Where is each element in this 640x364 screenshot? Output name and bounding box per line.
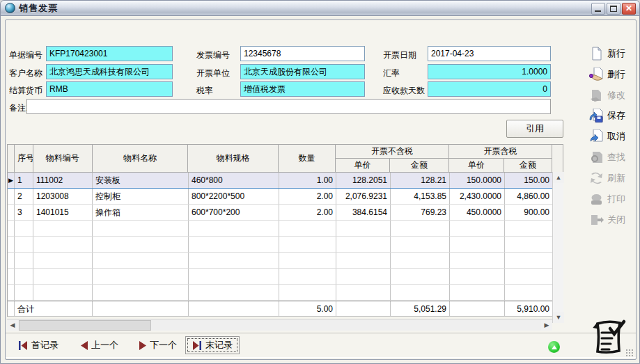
- next-record-icon: [139, 341, 146, 350]
- exchange-rate-label: 汇率: [383, 68, 400, 79]
- find-icon: [589, 150, 604, 164]
- title-bar: 销售发票 ✕: [1, 1, 639, 16]
- table-header: 序号 物料编号 物料名称 物料规格 数量 开票不含税 单价 金额 开票含税 单价: [7, 144, 563, 173]
- minimize-button[interactable]: [591, 3, 605, 15]
- previous-record-icon: [81, 341, 88, 350]
- group-header-incl-tax[interactable]: 开票含税: [449, 145, 552, 159]
- col-header-seq[interactable]: 序号: [15, 145, 33, 173]
- col-header-name[interactable]: 物料名称: [93, 145, 189, 173]
- invoice-number-field[interactable]: 12345678: [240, 46, 365, 61]
- close-icon: ✕: [623, 3, 635, 14]
- col-header-amount-excl[interactable]: 金额: [390, 159, 449, 173]
- status-green-icon: [548, 341, 560, 353]
- last-record-button[interactable]: 末记录: [185, 336, 240, 354]
- currency-label: 结算货币: [9, 85, 42, 97]
- exchange-rate-field[interactable]: 1.0000: [428, 64, 551, 79]
- new-row-button[interactable]: 新行: [589, 45, 640, 62]
- refresh-button[interactable]: 刷新: [589, 170, 640, 187]
- first-record-icon: [18, 341, 28, 350]
- reference-button[interactable]: 引用: [506, 120, 563, 138]
- current-row-indicator: ▶: [8, 173, 15, 188]
- print-button[interactable]: 打印: [589, 191, 640, 207]
- tax-rate-field[interactable]: 增值税发票: [240, 81, 365, 97]
- delete-row-button[interactable]: 删行: [589, 66, 640, 83]
- col-header-amount-incl[interactable]: 金额: [504, 159, 552, 173]
- find-button[interactable]: 查找: [589, 149, 640, 166]
- table-row-2[interactable]: 2 1203008 控制柜 800*2200*500 2.00 2,076.92…: [8, 189, 563, 205]
- currency-field[interactable]: RMB: [46, 81, 173, 97]
- table-horizontal-scrollbar[interactable]: ◀ ▶: [7, 319, 552, 331]
- billing-unit-field[interactable]: 北京天成股份有限公司: [240, 64, 365, 79]
- scroll-down-icon[interactable]: ▼: [553, 312, 564, 323]
- cancel-button[interactable]: 取消: [589, 128, 640, 145]
- table-row-empty[interactable]: [8, 221, 563, 237]
- tax-rate-label: 税率: [196, 85, 213, 97]
- total-amount-excl: 5,051.29: [391, 301, 450, 317]
- app-globe-icon: [5, 3, 15, 13]
- maximize-icon: [610, 6, 617, 12]
- invoice-number-label: 发票编号: [196, 49, 230, 61]
- last-record-icon: [192, 341, 202, 350]
- total-qty: 5.00: [279, 301, 336, 317]
- save-icon: [589, 109, 604, 122]
- print-icon: [589, 192, 604, 206]
- group-header-excl-tax[interactable]: 开票不含税: [336, 145, 449, 159]
- window-title: 销售发票: [19, 2, 58, 15]
- table-row-empty[interactable]: [8, 237, 563, 253]
- scroll-left-icon[interactable]: ◀: [7, 319, 18, 331]
- invoice-date-field[interactable]: 2017-04-23: [428, 46, 551, 61]
- modify-button[interactable]: 修改: [589, 87, 640, 104]
- table-total-row: 合计 5.00 5,051.29 5,910.00: [8, 301, 563, 317]
- col-header-unitprice-excl[interactable]: 单价: [336, 159, 390, 173]
- delete-row-icon: [589, 68, 604, 81]
- next-record-button[interactable]: 下一个: [139, 339, 177, 351]
- remark1-field[interactable]: [26, 99, 551, 114]
- col-header-code[interactable]: 物料编号: [33, 145, 93, 173]
- content-panel: 单据编号 KFP170423001 客户名称 北京鸿思天成科技有限公司 结算货币…: [5, 19, 637, 360]
- previous-record-button[interactable]: 上一个: [81, 339, 118, 351]
- sales-invoice-window: 销售发票 ✕ 单据编号 KFP170423001 客户名称 北京鸿思天成科技有限…: [0, 0, 640, 364]
- doc-number-field[interactable]: KFP170423001: [46, 46, 173, 61]
- invoice-date-label: 开票日期: [383, 49, 416, 61]
- new-row-icon: [589, 47, 604, 61]
- col-header-qty[interactable]: 数量: [279, 145, 336, 173]
- scroll-right-icon[interactable]: ▶: [541, 319, 552, 331]
- scroll-up-icon[interactable]: ▲: [553, 172, 564, 183]
- notepad-check-icon: [591, 317, 627, 356]
- first-record-button[interactable]: 首记录: [18, 339, 58, 351]
- refresh-icon: [589, 171, 604, 185]
- minimize-icon: [595, 10, 601, 12]
- customer-name-label: 客户名称: [9, 68, 42, 79]
- table-vertical-scrollbar[interactable]: ▲ ▼: [552, 172, 563, 323]
- col-header-spec[interactable]: 物料规格: [188, 145, 279, 173]
- receivable-days-label: 应收款天数: [383, 85, 425, 97]
- close-button[interactable]: 关闭: [589, 212, 640, 228]
- record-navigation-bar: 首记录 上一个 下一个 末记录: [6, 333, 636, 358]
- doc-number-label: 单据编号: [9, 49, 42, 61]
- horizontal-scroll-thumb[interactable]: [19, 320, 151, 331]
- table-row-1[interactable]: ▶ 1 111002 安装板 460*800 1.00 128.2051 128…: [8, 173, 563, 189]
- cancel-icon: [589, 129, 604, 143]
- receivable-days-field[interactable]: 0: [428, 81, 551, 97]
- table-row-empty[interactable]: [8, 253, 563, 269]
- table-row-3[interactable]: 3 1401015 操作箱 600*700*200 2.00 384.6154 …: [8, 205, 563, 221]
- total-amount-incl: 5,910.00: [505, 301, 553, 317]
- maximize-button[interactable]: [607, 3, 621, 15]
- customer-name-field[interactable]: 北京鸿思天成科技有限公司: [46, 64, 173, 79]
- save-button[interactable]: 保存: [589, 107, 640, 124]
- close-window-button[interactable]: ✕: [622, 3, 636, 15]
- close-form-icon: [589, 213, 604, 227]
- total-label: 合计: [15, 301, 93, 317]
- resize-grip[interactable]: [625, 349, 634, 357]
- table-row-empty[interactable]: [8, 269, 563, 285]
- col-header-unitprice-incl[interactable]: 单价: [449, 159, 504, 173]
- billing-unit-label: 开票单位: [196, 68, 230, 79]
- table-row-empty[interactable]: [8, 285, 563, 301]
- modify-icon: [589, 88, 604, 102]
- invoice-line-table: 序号 物料编号 物料名称 物料规格 数量 开票不含税 单价 金额 开票含税 单价: [7, 144, 563, 317]
